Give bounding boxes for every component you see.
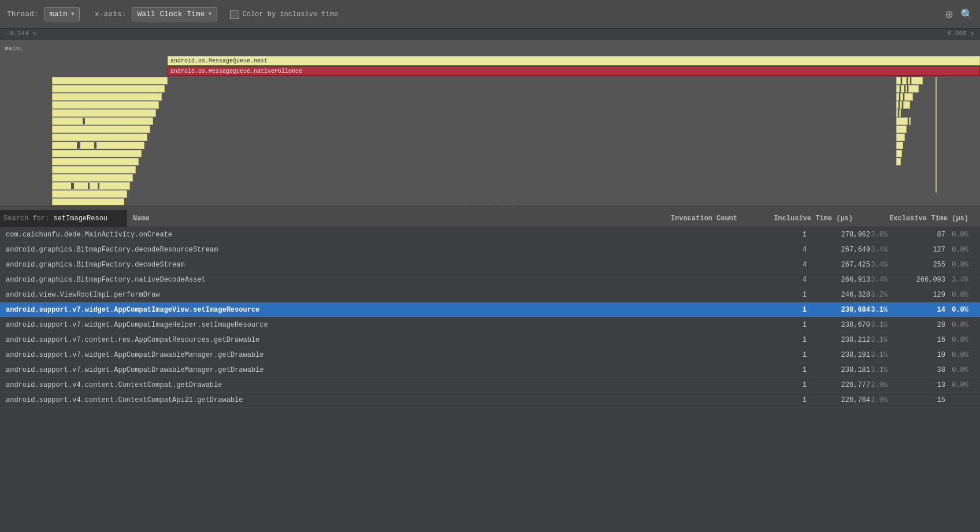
color-label: Color by inclusive time: [243, 10, 339, 19]
row-invocation-11: 1: [732, 396, 824, 404]
row-inclusive-pct-11: 2.9%: [870, 396, 899, 404]
thread-dropdown[interactable]: main ▼: [44, 7, 80, 21]
row-inclusive-val-4: 246,328: [824, 291, 870, 299]
row-name-2: android.graphics.BitmapFactory.decodeStr…: [0, 261, 732, 269]
row-invocation-9: 1: [732, 366, 824, 374]
row-name-6: android.support.v7.widget.AppCompatImage…: [0, 321, 732, 329]
row-name-3: android.graphics.BitmapFactory.nativeDec…: [0, 276, 732, 284]
xaxis-value: Wall Clock Time: [137, 10, 205, 19]
row-name-0: com.caichunfu.dede.MainActivity.onCreate: [0, 231, 732, 239]
row-exclusive-val-7: 16: [899, 336, 945, 344]
row-invocation-10: 1: [732, 381, 824, 389]
thread-value: main: [50, 10, 68, 19]
color-by-inclusive-checkbox-area[interactable]: Color by inclusive time: [230, 10, 339, 19]
row-invocation-2: 4: [732, 261, 824, 269]
zoom-button[interactable]: ⊕: [945, 8, 953, 21]
row-inclusive-pct-4: 3.2%: [870, 291, 899, 299]
toolbar-icons: ⊕ 🔍: [945, 8, 973, 21]
table-row[interactable]: android.support.v7.widget.AppCompatImage…: [0, 317, 980, 332]
flame-row-nativepollonce[interactable]: android.os.MessageQueue.nativePollOnce: [168, 66, 980, 76]
row-inclusive-val-8: 238,191: [824, 351, 870, 359]
row-exclusive-pct-6: 0.0%: [945, 321, 980, 329]
toolbar: Thread: main ▼ x-axis: Wall Clock Time ▼…: [0, 0, 980, 29]
row-inclusive-val-3: 266,913: [824, 276, 870, 284]
table-row[interactable]: android.support.v4.content.ContextCompat…: [0, 393, 980, 408]
row-exclusive-pct-1: 0.0%: [945, 246, 980, 254]
table-row[interactable]: android.graphics.BitmapFactory.decodeRes…: [0, 242, 980, 257]
row-invocation-4: 1: [732, 291, 824, 299]
row-name-5: android.support.v7.widget.AppCompatImage…: [0, 306, 732, 314]
row-exclusive-val-2: 255: [899, 261, 945, 269]
row-invocation-6: 1: [732, 321, 824, 329]
search-button[interactable]: 🔍: [960, 8, 973, 21]
flame-left-cluster: [52, 77, 168, 205]
col-header-exclusive: Exclusive Time (μs): [864, 215, 980, 223]
search-value[interactable]: setImageResou: [53, 215, 107, 223]
table-row[interactable]: android.support.v7.content.res.AppCompat…: [0, 332, 980, 348]
row-inclusive-val-9: 238,181: [824, 366, 870, 374]
col-header-name: Name: [127, 215, 656, 223]
row-invocation-5: 1: [732, 306, 824, 314]
row-exclusive-val-4: 129: [899, 291, 945, 299]
row-invocation-7: 1: [732, 336, 824, 344]
row-invocation-8: 1: [732, 351, 824, 359]
chevron-down-icon: ▼: [71, 11, 75, 17]
row-inclusive-val-2: 267,425: [824, 261, 870, 269]
table-row[interactable]: android.graphics.BitmapFactory.decodeStr…: [0, 257, 980, 272]
row-inclusive-pct-2: 3.4%: [870, 261, 899, 269]
row-name-9: android.support.v7.widget.AppCompatDrawa…: [0, 366, 732, 374]
row-exclusive-val-5: 14: [899, 306, 945, 314]
row-inclusive-pct-7: 3.1%: [870, 336, 899, 344]
row-exclusive-val-10: 13: [899, 381, 945, 389]
table-body: com.caichunfu.dede.MainActivity.onCreate…: [0, 227, 980, 408]
table-header: Search for: setImageResou Name Invocatio…: [0, 210, 980, 227]
table-row[interactable]: android.graphics.BitmapFactory.nativeDec…: [0, 272, 980, 287]
table-row[interactable]: android.support.v7.widget.AppCompatDrawa…: [0, 348, 980, 363]
row-inclusive-pct-0: 3.6%: [870, 231, 899, 239]
xaxis-dropdown[interactable]: Wall Clock Time ▼: [132, 7, 217, 21]
row-inclusive-val-5: 238,684: [824, 306, 870, 314]
row-exclusive-pct-7: 0.0%: [945, 336, 980, 344]
table-row[interactable]: android.view.ViewRootImpl.performDraw 1 …: [0, 287, 980, 302]
table-row[interactable]: com.caichunfu.dede.MainActivity.onCreate…: [0, 227, 980, 242]
table-row[interactable]: android.support.v7.widget.AppCompatImage…: [0, 302, 980, 317]
row-inclusive-pct-9: 3.1%: [870, 366, 899, 374]
row-inclusive-pct-5: 3.1%: [870, 306, 899, 314]
data-table: Search for: setImageResou Name Invocatio…: [0, 210, 980, 408]
row-inclusive-pct-8: 3.1%: [870, 351, 899, 359]
search-area[interactable]: Search for: setImageResou: [0, 210, 127, 227]
row-exclusive-pct-4: 0.0%: [945, 291, 980, 299]
row-exclusive-pct-2: 0.0%: [945, 261, 980, 269]
resize-handle[interactable]: · · · · · ·: [0, 205, 980, 210]
row-exclusive-val-3: 266,093: [899, 276, 945, 284]
row-inclusive-pct-6: 3.1%: [870, 321, 899, 329]
search-label: Search for:: [3, 215, 53, 223]
resize-dots-icon: · · · · · ·: [465, 205, 515, 211]
flame-main-label: main.: [5, 45, 24, 52]
row-exclusive-pct-5: 0.0%: [945, 306, 980, 314]
row-inclusive-val-11: 226,764: [824, 396, 870, 404]
time-ruler: -0.244 s 6.095 s: [0, 29, 980, 40]
row-name-10: android.support.v4.content.ContextCompat…: [0, 381, 732, 389]
row-inclusive-pct-3: 3.4%: [870, 276, 899, 284]
color-checkbox[interactable]: [230, 10, 239, 19]
xaxis-label: x-axis:: [95, 10, 127, 19]
flame-row-messagequeuenext[interactable]: android.os.MessageQueue.next: [168, 56, 980, 65]
thread-label: Thread:: [7, 10, 39, 19]
flame-right-cluster: [896, 77, 942, 166]
table-row[interactable]: android.support.v4.content.ContextCompat…: [0, 378, 980, 393]
row-name-4: android.view.ViewRootImpl.performDraw: [0, 291, 732, 299]
row-exclusive-pct-0: 0.0%: [945, 231, 980, 239]
col-header-inclusive: Inclusive Time (μs): [749, 215, 864, 223]
row-exclusive-val-11: 15: [899, 396, 945, 404]
row-exclusive-val-9: 38: [899, 366, 945, 374]
row-inclusive-val-1: 267,649: [824, 246, 870, 254]
flame-chart[interactable]: main. android.os.MessageQueue.next andro…: [0, 40, 980, 205]
row-exclusive-val-6: 28: [899, 321, 945, 329]
table-row[interactable]: android.support.v7.widget.AppCompatDrawa…: [0, 363, 980, 378]
row-invocation-1: 4: [732, 246, 824, 254]
time-left: -0.244 s: [6, 30, 36, 39]
row-name-7: android.support.v7.content.res.AppCompat…: [0, 336, 732, 344]
row-exclusive-pct-8: 0.0%: [945, 351, 980, 359]
row-inclusive-pct-1: 3.4%: [870, 246, 899, 254]
